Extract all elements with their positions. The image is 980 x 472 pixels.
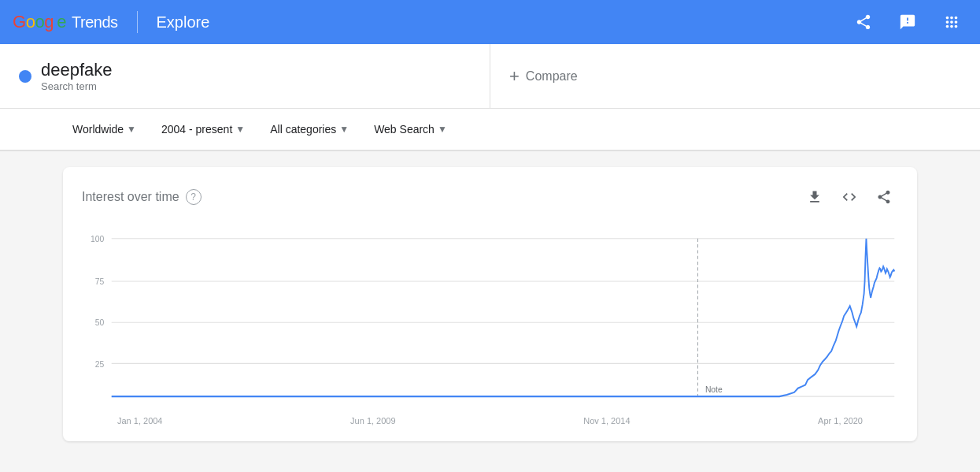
download-button[interactable]: [801, 183, 829, 211]
trends-text: Trends: [72, 13, 118, 32]
filters-bar: Worldwide ▼ 2004 - present ▼ All categor…: [0, 109, 980, 151]
compare-label: Compare: [526, 69, 578, 84]
x-labels: Jan 1, 2004 Jun 1, 2009 Nov 1, 2014 Apr …: [82, 413, 898, 426]
help-label: ?: [190, 191, 196, 203]
category-filter[interactable]: All categories ▼: [261, 117, 358, 142]
header-divider: [137, 11, 138, 33]
google-text: Google: [13, 12, 66, 32]
term-info: deepfake Search term: [41, 60, 113, 92]
share-button[interactable]: [848, 6, 879, 38]
chart-title-area: Interest over time ?: [82, 189, 202, 205]
feedback-button[interactable]: [892, 6, 923, 38]
share-chart-button[interactable]: [870, 183, 898, 211]
explore-label: Explore: [157, 13, 210, 32]
location-label: Worldwide: [72, 123, 124, 136]
term-dot: [19, 70, 31, 83]
search-term-area: deepfake Search term: [0, 44, 490, 108]
main-content: Interest over time ?: [0, 151, 980, 457]
y-label-50: 50: [95, 318, 105, 328]
term-type: Search term: [41, 80, 113, 92]
category-arrow-icon: ▼: [339, 124, 349, 135]
time-arrow-icon: ▼: [235, 124, 245, 135]
note-text: Note: [705, 384, 723, 394]
trend-line: [112, 239, 895, 396]
chart-actions: [801, 183, 898, 211]
apps-button[interactable]: [936, 6, 967, 38]
header: Google Trends Explore: [0, 0, 980, 44]
time-filter[interactable]: 2004 - present ▼: [152, 117, 254, 142]
time-label: 2004 - present: [161, 123, 232, 136]
google-trends-logo: Google Trends: [13, 12, 118, 32]
chart-title: Interest over time: [82, 190, 179, 204]
chart-header: Interest over time ?: [82, 183, 898, 211]
location-filter[interactable]: Worldwide ▼: [63, 117, 146, 142]
chart-svg: 100 75 50 25 Note: [82, 224, 898, 413]
search-type-arrow-icon: ▼: [438, 124, 447, 135]
compare-area[interactable]: + Compare: [490, 44, 980, 108]
help-icon[interactable]: ?: [186, 189, 202, 205]
x-label-2020: Apr 1, 2020: [818, 416, 863, 426]
x-label-2014: Nov 1, 2014: [583, 416, 630, 426]
search-bar: deepfake Search term + Compare: [0, 44, 980, 109]
x-label-2004: Jan 1, 2004: [117, 416, 163, 426]
x-label-2009: Jun 1, 2009: [350, 416, 396, 426]
y-label-25: 25: [95, 359, 105, 369]
search-type-label: Web Search: [374, 123, 435, 136]
embed-button[interactable]: [835, 183, 864, 211]
chart-container: 100 75 50 25 Note: [82, 224, 898, 413]
y-label-75: 75: [95, 277, 105, 287]
category-label: All categories: [270, 123, 336, 136]
y-label-100: 100: [91, 233, 104, 243]
chart-card: Interest over time ?: [63, 167, 917, 441]
location-arrow-icon: ▼: [127, 124, 136, 135]
compare-plus-icon: +: [509, 66, 520, 87]
search-type-filter[interactable]: Web Search ▼: [364, 117, 457, 142]
term-name: deepfake: [41, 60, 113, 80]
